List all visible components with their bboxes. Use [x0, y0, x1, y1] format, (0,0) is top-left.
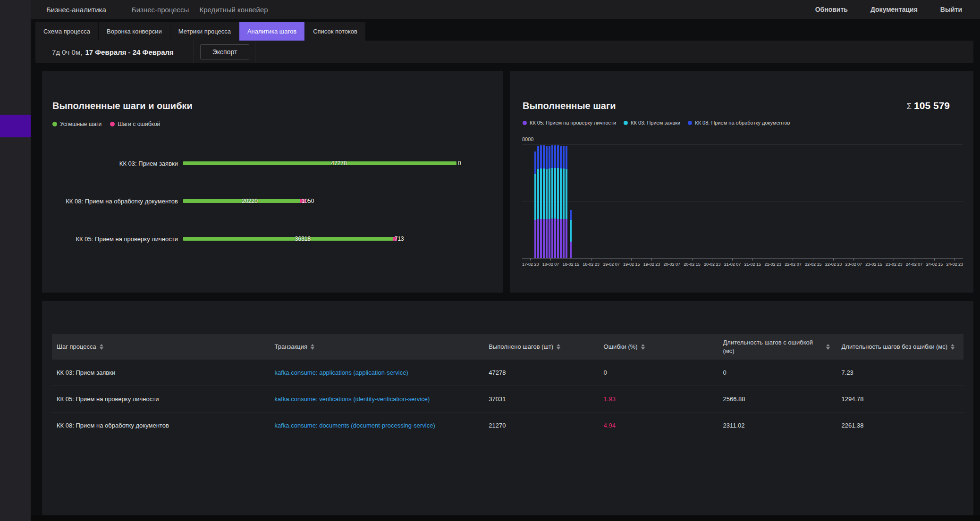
legend-dot-icon: [110, 122, 115, 126]
nav-action-выйти[interactable]: Выйти: [940, 6, 962, 13]
sort-down-triangle: [826, 347, 830, 350]
sort-icon: [100, 344, 103, 350]
cell-steps-count: 21270: [484, 412, 599, 439]
transaction-link[interactable]: kafka.consume: applications (application…: [275, 369, 408, 376]
stacked-bar: [546, 146, 548, 258]
column-header-ошибки-(%)[interactable]: Ошибки (%): [599, 334, 718, 360]
nav-item[interactable]: Бизнес-процессы: [132, 6, 189, 14]
sort-icon: [826, 344, 830, 350]
gridline: [522, 230, 963, 230]
cell-transaction: kafka.consume: applications (application…: [270, 360, 484, 386]
steps-table-wrap: Шаг процессаТранзакцияВыполнено шагов (ш…: [52, 334, 963, 438]
cell-error-pct: 1.93: [599, 386, 718, 412]
bar-segment: [557, 145, 559, 168]
x-tick: 18-02 15: [563, 259, 580, 267]
steps-total-value: 105 579: [914, 100, 950, 111]
stacked-bar: [540, 145, 542, 258]
column-header-длительность-шагов-без-ошибки-(мс)[interactable]: Длительность шагов без ошибки (мс): [837, 334, 963, 360]
stacked-bar: [563, 146, 565, 258]
bar-segment: [549, 146, 550, 168]
nav-menu: Бизнес-процессыКредитный конвейер: [132, 6, 279, 14]
hbar-track: 36318713: [183, 236, 456, 241]
sort-down-triangle: [557, 347, 560, 350]
bar-segment: [560, 219, 562, 258]
stacked-bar: [566, 146, 567, 258]
legend-item[interactable]: КК 03: Прием заявки: [624, 120, 680, 126]
x-tick-label: 23-02 23: [886, 262, 903, 267]
bar-segment: [546, 146, 548, 169]
hbar-row: КК 03: Прием заявки472780: [42, 144, 503, 182]
legend-item[interactable]: КК 08: Прием на обработку документов: [688, 120, 790, 126]
bar-segment: [563, 219, 565, 258]
legend-dot-icon: [624, 121, 628, 125]
nav-action-документация[interactable]: Документация: [870, 6, 918, 13]
x-tick-label: 24-02 07: [906, 262, 923, 267]
sidebar-active-indicator[interactable]: [0, 115, 31, 137]
x-tick-mark: [571, 259, 571, 260]
x-tick-label: 19-02 15: [623, 262, 640, 267]
nav-actions: ОбновитьДокументацияВыйти: [793, 6, 962, 13]
sort-down-triangle: [641, 347, 645, 350]
bar-segment: [534, 151, 536, 174]
bar-segment: [551, 168, 553, 218]
bar-segment: [546, 219, 548, 258]
tab-метрики-процесса[interactable]: Метрики процесса: [170, 22, 239, 41]
x-tick-mark: [793, 259, 793, 260]
x-tick: 21-02 07: [724, 259, 741, 267]
transaction-link[interactable]: kafka.consume: documents (document-proce…: [275, 422, 435, 429]
column-header-выполнено-шагов-(шт)[interactable]: Выполнено шагов (шт): [484, 334, 599, 360]
table-row: КК 08: Прием на обработку документовkafk…: [52, 412, 963, 439]
sort-down-triangle: [100, 347, 103, 350]
transaction-link[interactable]: kafka.consume: verifications (identity-v…: [275, 395, 430, 403]
steps-errors-bars: КК 03: Прием заявки472780КК 08: Прием на…: [42, 144, 503, 258]
cell-duration-no-errors: 1294.78: [837, 386, 963, 412]
nav-brand[interactable]: Бизнес-аналитика: [46, 6, 106, 14]
x-tick: 19-02 07: [603, 259, 620, 267]
x-tick-label: 22-02 15: [805, 262, 822, 267]
stacked-bar: [543, 145, 545, 258]
export-button[interactable]: Экспорт: [200, 44, 250, 59]
cell-duration-no-errors: 7.23: [837, 360, 963, 386]
x-tick-label: 19-02 23: [643, 262, 660, 267]
time-range-dates[interactable]: 17 Февраля - 24 Февраля: [85, 48, 173, 56]
x-tick-label: 20-02 23: [704, 262, 721, 267]
panel-steps-table: Шаг процессаТранзакцияВыполнено шагов (ш…: [42, 301, 973, 515]
bar-segment: [540, 219, 542, 258]
sort-down-triangle: [951, 347, 955, 350]
tab-воронка-конверсии[interactable]: Воронка конверсии: [99, 22, 170, 41]
sort-icon: [641, 344, 645, 350]
column-header-транзакция[interactable]: Транзакция: [270, 334, 484, 360]
steps-timeline-header: Выполненные шаги Σ105 579: [523, 99, 950, 112]
gridline: [522, 144, 963, 145]
stacked-bar: [560, 146, 562, 258]
x-tick-label: 20-02 15: [684, 262, 701, 267]
legend-item[interactable]: КК 05: Прием на проверку личности: [523, 120, 616, 126]
tab-аналитика-шагов[interactable]: Аналитика шагов: [239, 22, 304, 41]
bar-segment: [560, 146, 562, 169]
nav-action-обновить[interactable]: Обновить: [815, 6, 848, 13]
tab-список-потоков[interactable]: Список потоков: [305, 22, 365, 41]
cell-duration-with-errors: 2311.02: [718, 412, 837, 439]
stacked-bar: [570, 210, 572, 258]
stacked-bar: [557, 145, 559, 258]
column-header-шаг-процесса[interactable]: Шаг процесса: [52, 334, 270, 360]
tab-схема-процесса[interactable]: Схема процесса: [35, 22, 98, 41]
cell-steps-count: 37031: [484, 386, 599, 412]
column-header-label: Длительность шагов без ошибки (мс): [842, 343, 948, 351]
bar-segment: [543, 168, 545, 219]
table-row: КК 05: Прием на проверку личностиkafka.c…: [52, 386, 963, 412]
bar-segment: [543, 145, 545, 168]
x-tick: 23-02 15: [865, 259, 882, 267]
hbar-row: КК 05: Прием на проверку личности3631871…: [42, 220, 503, 258]
x-tick: 17-02 23: [522, 259, 539, 267]
bar-segment: [570, 210, 572, 220]
legend-item[interactable]: Успешные шаги: [52, 121, 101, 127]
x-tick-label: 23-02 07: [845, 262, 862, 267]
column-header-длительность-шагов-с-ошибкой-(мс)[interactable]: Длительность шагов с ошибкой (мс): [718, 334, 837, 360]
nav-item[interactable]: Кредитный конвейер: [199, 6, 268, 14]
toolbar-divider: [255, 41, 255, 63]
column-header-inner: Выполнено шагов (шт): [489, 343, 594, 351]
gridline: [522, 202, 963, 202]
error-value-label: 713: [395, 235, 404, 242]
legend-item[interactable]: Шаги с ошибкой: [110, 121, 160, 127]
